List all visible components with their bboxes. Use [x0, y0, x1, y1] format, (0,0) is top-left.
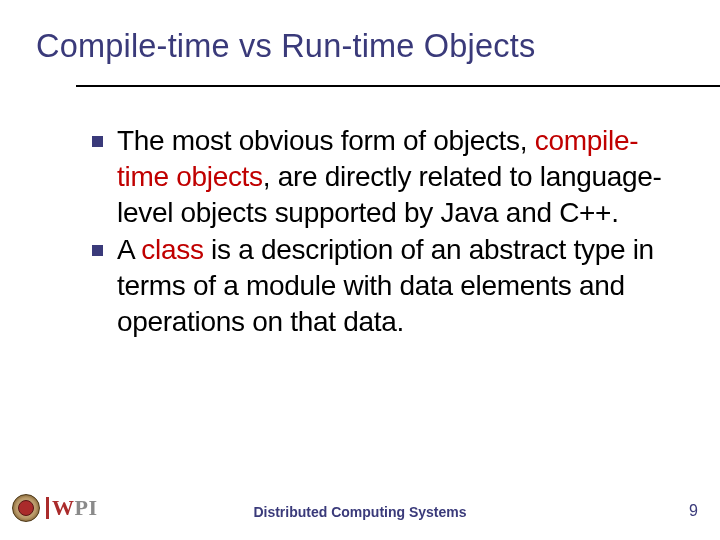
bullet-pre: A: [117, 234, 141, 265]
bullet-highlight: class: [141, 234, 203, 265]
page-number: 9: [689, 502, 698, 520]
footer-course-title: Distributed Computing Systems: [0, 504, 720, 520]
content-area: The most obvious form of objects, compil…: [92, 123, 664, 340]
slide: Compile-time vs Run-time Objects The mos…: [0, 0, 720, 540]
bullet-text: The most obvious form of objects, compil…: [117, 123, 664, 230]
square-bullet-icon: [92, 245, 103, 256]
footer: WPI Distributed Computing Systems 9: [0, 482, 720, 522]
title-underline: [76, 85, 720, 87]
square-bullet-icon: [92, 136, 103, 147]
slide-title: Compile-time vs Run-time Objects: [36, 28, 684, 65]
list-item: The most obvious form of objects, compil…: [92, 123, 664, 230]
bullet-pre: The most obvious form of objects,: [117, 125, 535, 156]
bullet-text: A class is a description of an abstract …: [117, 232, 664, 339]
list-item: A class is a description of an abstract …: [92, 232, 664, 339]
title-underline-wrap: [36, 75, 684, 101]
